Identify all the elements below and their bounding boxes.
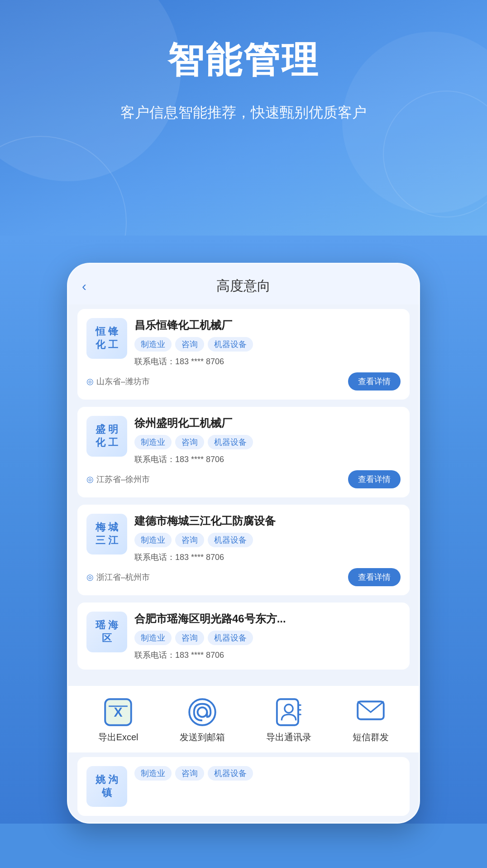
customer-card-list: 恒 锋化 工 昌乐恒锋化工机械厂 制造业 咨询 机器设备 联系电话：183 **… [68, 304, 419, 686]
card-footer: ◎ 山东省–潍坊市 查看详情 [86, 372, 401, 391]
toolbar-item-sms[interactable]: 短信群发 [353, 697, 389, 743]
tag: 咨询 [175, 766, 204, 781]
avatar: 瑶 海区 [86, 612, 127, 652]
card-phone: 联系电话：183 **** 8706 [134, 552, 401, 563]
location-icon: ◎ [86, 572, 94, 582]
location-icon: ◎ [86, 376, 94, 386]
card-footer: ◎ 浙江省–杭州市 查看详情 [86, 568, 401, 586]
detail-button[interactable]: 查看详情 [348, 470, 401, 488]
tag: 机器设备 [208, 766, 253, 781]
toolbar-item-contacts[interactable]: 导出通讯录 [266, 697, 311, 743]
location-text: 山东省–潍坊市 [96, 376, 150, 387]
phone-screen-title: 高度意向 [216, 277, 271, 295]
company-name: 昌乐恒锋化工机械厂 [134, 318, 401, 333]
customer-card: 瑶 海区 合肥市瑶海区明光路46号东方... 制造业 咨询 机器设备 联系电话：… [77, 603, 410, 670]
card-location: ◎ 山东省–潍坊市 [86, 376, 150, 387]
location-text: 江苏省–徐州市 [96, 474, 150, 485]
bottom-toolbar: X 导出Excel 发送到邮箱 [68, 686, 419, 752]
customer-card: 盛 明化 工 徐州盛明化工机械厂 制造业 咨询 机器设备 联系电话：183 **… [77, 407, 410, 497]
sms-icon [355, 697, 386, 728]
tag: 机器设备 [208, 337, 253, 352]
card-content: 制造业 咨询 机器设备 [134, 766, 401, 785]
toolbar-item-email[interactable]: 发送到邮箱 [180, 697, 225, 743]
hero-subtitle: 客户信息智能推荐，快速甄别优质客户 [18, 101, 469, 123]
svg-point-4 [197, 708, 207, 717]
tag: 咨询 [175, 337, 204, 352]
tag-list: 制造业 咨询 机器设备 [134, 533, 401, 547]
svg-point-7 [285, 704, 293, 713]
tag: 咨询 [175, 631, 204, 645]
toolbar-label: 导出通讯录 [266, 731, 311, 743]
tag: 机器设备 [208, 435, 253, 449]
customer-card: 恒 锋化 工 昌乐恒锋化工机械厂 制造业 咨询 机器设备 联系电话：183 **… [77, 309, 410, 400]
avatar-text: 瑶 海区 [95, 619, 118, 645]
card-content: 昌乐恒锋化工机械厂 制造业 咨询 机器设备 联系电话：183 **** 8706 [134, 318, 401, 367]
partial-customer-card: 姚 沟镇 制造业 咨询 机器设备 [77, 757, 410, 816]
tag-list: 制造业 咨询 机器设备 [134, 337, 401, 352]
email-icon [187, 697, 218, 728]
card-phone: 联系电话：183 **** 8706 [134, 454, 401, 465]
phone-header: ‹ 高度意向 [68, 264, 419, 304]
card-content: 徐州盛明化工机械厂 制造业 咨询 机器设备 联系电话：183 **** 8706 [134, 416, 401, 465]
phone-mockup: ‹ 高度意向 恒 锋化 工 昌乐恒锋化工机械厂 制造业 咨询 机器设备 [67, 263, 420, 824]
avatar-text: 梅 城三 江 [95, 521, 118, 547]
company-name: 合肥市瑶海区明光路46号东方... [134, 612, 401, 626]
card-phone: 联系电话：183 **** 8706 [134, 356, 401, 367]
avatar-text: 盛 明化 工 [95, 423, 118, 449]
toolbar-label: 导出Excel [98, 731, 138, 743]
location-icon: ◎ [86, 474, 94, 484]
customer-card: 梅 城三 江 建德市梅城三江化工防腐设备 制造业 咨询 机器设备 联系电话：18… [77, 505, 410, 595]
tag-list: 制造业 咨询 机器设备 [134, 631, 401, 645]
avatar-text: 恒 锋化 工 [95, 325, 118, 351]
excel-icon: X [103, 697, 134, 728]
avatar-text: 姚 沟镇 [95, 773, 118, 799]
hero-title: 智能管理 [18, 36, 469, 85]
card-location: ◎ 江苏省–徐州市 [86, 474, 150, 485]
card-footer: ◎ 江苏省–徐州市 查看详情 [86, 470, 401, 488]
back-button[interactable]: ‹ [82, 279, 86, 294]
card-location: ◎ 浙江省–杭州市 [86, 572, 150, 583]
svg-text:X: X [114, 705, 122, 719]
card-phone: 联系电话：183 **** 8706 [134, 650, 401, 661]
contacts-icon [273, 697, 304, 728]
tag: 机器设备 [208, 533, 253, 547]
detail-button[interactable]: 查看详情 [348, 568, 401, 586]
hero-section: 智能管理 客户信息智能推荐，快速甄别优质客户 [0, 0, 487, 236]
tag-list: 制造业 咨询 机器设备 [134, 766, 401, 781]
tag: 机器设备 [208, 631, 253, 645]
card-content: 合肥市瑶海区明光路46号东方... 制造业 咨询 机器设备 联系电话：183 *… [134, 612, 401, 661]
tag: 制造业 [134, 766, 172, 781]
tag: 咨询 [175, 435, 204, 449]
tag: 制造业 [134, 533, 172, 547]
avatar: 恒 锋化 工 [86, 318, 127, 359]
tag: 制造业 [134, 337, 172, 352]
card-content: 建德市梅城三江化工防腐设备 制造业 咨询 机器设备 联系电话：183 **** … [134, 514, 401, 563]
company-name: 徐州盛明化工机械厂 [134, 416, 401, 430]
detail-button[interactable]: 查看详情 [348, 372, 401, 391]
avatar: 梅 城三 江 [86, 514, 127, 555]
avatar: 盛 明化 工 [86, 416, 127, 457]
tag: 制造业 [134, 631, 172, 645]
tag: 咨询 [175, 533, 204, 547]
toolbar-item-excel[interactable]: X 导出Excel [98, 697, 138, 743]
phone-area: ‹ 高度意向 恒 锋化 工 昌乐恒锋化工机械厂 制造业 咨询 机器设备 [0, 236, 487, 824]
location-text: 浙江省–杭州市 [96, 572, 150, 583]
toolbar-label: 发送到邮箱 [180, 731, 225, 743]
avatar: 姚 沟镇 [86, 766, 127, 807]
tag-list: 制造业 咨询 机器设备 [134, 435, 401, 449]
company-name: 建德市梅城三江化工防腐设备 [134, 514, 401, 528]
tag: 制造业 [134, 435, 172, 449]
toolbar-label: 短信群发 [353, 731, 389, 743]
